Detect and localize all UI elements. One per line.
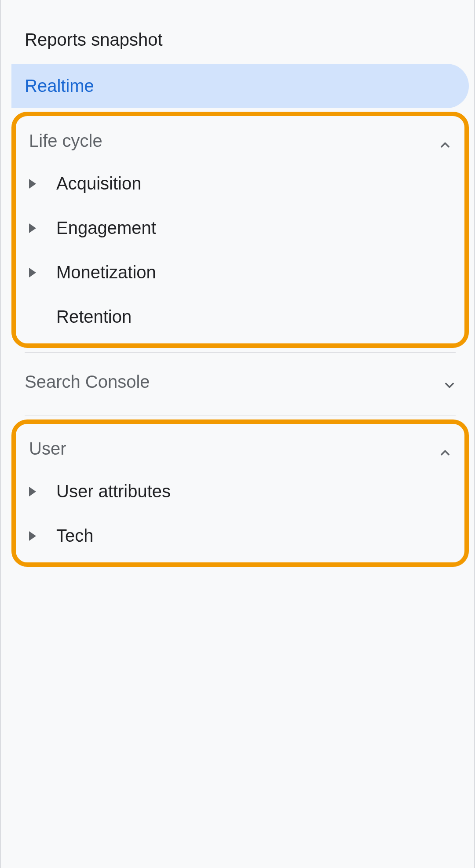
expand-triangle-icon <box>29 179 36 189</box>
divider <box>25 416 456 416</box>
section-header-lifecycle[interactable]: Life cycle <box>16 120 464 161</box>
expand-triangle-icon <box>29 268 36 277</box>
lifecycle-highlight-box: Life cycle Acquisition Engagement Moneti… <box>11 112 469 348</box>
sub-item-engagement[interactable]: Engagement <box>16 206 464 250</box>
section-title: Life cycle <box>29 131 102 151</box>
section-header-search-console[interactable]: Search Console <box>11 361 469 402</box>
user-highlight-box: User User attributes Tech <box>11 419 469 567</box>
section-title: User <box>29 439 66 459</box>
sub-item-monetization[interactable]: Monetization <box>16 250 464 295</box>
expand-triangle-icon <box>29 223 36 233</box>
sub-item-retention[interactable]: Retention <box>16 295 464 339</box>
expand-triangle-icon <box>29 487 36 496</box>
nav-item-label: Realtime <box>25 76 94 96</box>
sub-item-tech[interactable]: Tech <box>16 514 464 558</box>
chevron-down-icon <box>443 376 456 388</box>
chevron-up-icon <box>439 135 451 147</box>
reports-sidebar: Reports snapshot Realtime Life cycle Acq… <box>0 0 475 868</box>
nav-item-label: Reports snapshot <box>25 30 163 50</box>
chevron-up-icon <box>439 443 451 455</box>
sub-item-user-attributes[interactable]: User attributes <box>16 469 464 514</box>
nav-reports-snapshot[interactable]: Reports snapshot <box>11 18 469 62</box>
sub-item-label: Tech <box>56 526 94 546</box>
sub-item-label: User attributes <box>56 481 171 501</box>
section-header-user[interactable]: User <box>16 428 464 469</box>
expand-triangle-icon <box>29 531 36 541</box>
nav-realtime[interactable]: Realtime <box>11 64 469 108</box>
section-title: Search Console <box>25 372 150 392</box>
sub-item-label: Retention <box>56 307 132 327</box>
sub-item-label: Engagement <box>56 218 156 238</box>
sub-item-label: Monetization <box>56 263 156 282</box>
sub-item-acquisition[interactable]: Acquisition <box>16 161 464 206</box>
sub-item-label: Acquisition <box>56 174 141 193</box>
